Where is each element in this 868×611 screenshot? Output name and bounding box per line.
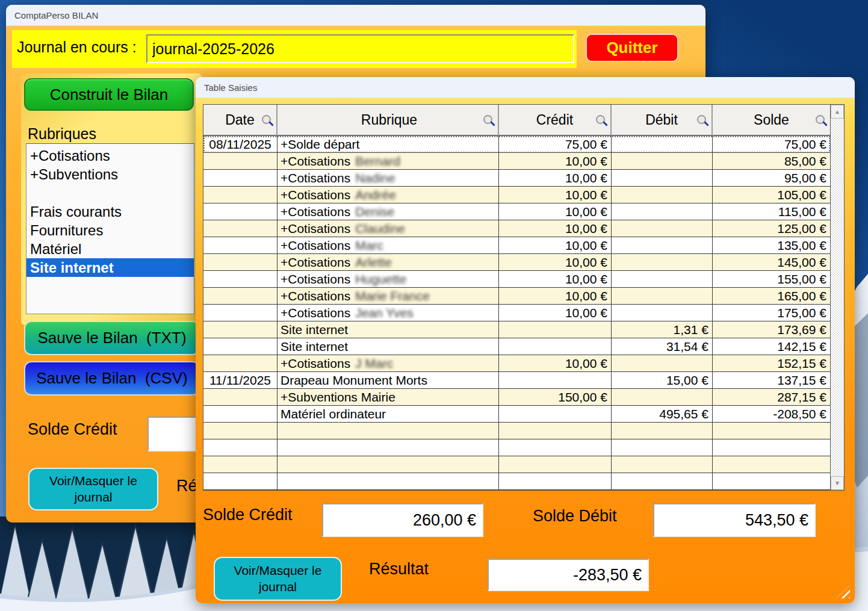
table-cell[interactable]: [612, 136, 713, 153]
quit-button[interactable]: Quitter: [586, 34, 678, 62]
table-cell[interactable]: 10,00 €: [499, 187, 612, 203]
table-row[interactable]: [203, 423, 830, 439]
list-item[interactable]: Frais courants: [26, 202, 194, 221]
table-cell[interactable]: [203, 456, 277, 473]
table-cell[interactable]: [203, 439, 277, 456]
table-cell[interactable]: [203, 288, 277, 305]
column-header-date[interactable]: Date: [203, 105, 277, 136]
table-cell[interactable]: [203, 338, 277, 355]
resize-grip[interactable]: [837, 585, 850, 598]
table-cell[interactable]: [612, 305, 713, 321]
table-row[interactable]: Matériel ordinateur495,65 €-208,50 €: [203, 406, 830, 423]
scroll-down-button[interactable]: ▼: [831, 476, 844, 490]
table-cell[interactable]: 10,00 €: [499, 153, 612, 170]
table-cell-rubrique[interactable]: +CotisationsNadine: [277, 170, 499, 187]
table-cell[interactable]: [499, 473, 612, 490]
table-cell[interactable]: 10,00 €: [499, 203, 612, 220]
table-cell[interactable]: [203, 406, 277, 423]
table-row[interactable]: +CotisationsJ Marc10,00 €152,15 €: [203, 355, 830, 372]
table-cell[interactable]: [499, 423, 612, 439]
table-cell[interactable]: [612, 355, 713, 372]
table-cell[interactable]: 11/11/2025: [203, 372, 277, 389]
table-cell[interactable]: 287,15 €: [713, 389, 830, 406]
build-bilan-button[interactable]: Construit le Bilan: [24, 78, 194, 111]
table-row[interactable]: 11/11/2025Drapeau Monument Morts15,00 €1…: [203, 372, 830, 389]
footer-solde-credit-value-box[interactable]: 260,00 €: [322, 503, 483, 537]
table-cell[interactable]: 10,00 €: [499, 170, 612, 187]
toggle-journal-button-table-window[interactable]: Voir/Masquer le journal: [214, 557, 342, 601]
table-cell[interactable]: [499, 321, 612, 338]
table-cell[interactable]: [612, 271, 713, 288]
footer-solde-debit-value-box[interactable]: 543,50 €: [653, 503, 816, 537]
table-row[interactable]: Site internet1,31 €173,69 €: [203, 321, 830, 338]
table-cell[interactable]: [612, 237, 713, 254]
table-cell[interactable]: [499, 406, 612, 423]
table-cell[interactable]: 165,00 €: [713, 288, 830, 305]
table-cell-rubrique[interactable]: [277, 456, 499, 473]
journal-input[interactable]: [146, 34, 574, 63]
table-cell[interactable]: [612, 170, 713, 187]
column-header-rubrique[interactable]: Rubrique: [277, 105, 499, 136]
table-cell-rubrique[interactable]: +CotisationsMarie France: [277, 288, 499, 305]
table-cell[interactable]: 10,00 €: [499, 288, 612, 305]
table-row[interactable]: +CotisationsDenise10,00 €115,00 €: [203, 203, 830, 220]
search-icon[interactable]: [596, 115, 605, 124]
table-cell[interactable]: 115,00 €: [713, 203, 830, 220]
table-cell[interactable]: 105,00 €: [713, 187, 830, 203]
search-icon[interactable]: [262, 115, 271, 124]
list-item[interactable]: Matériel: [26, 240, 194, 258]
list-item[interactable]: +Subventions: [26, 165, 194, 184]
table-cell[interactable]: [203, 254, 277, 271]
table-cell[interactable]: [612, 153, 713, 170]
table-cell[interactable]: 10,00 €: [499, 271, 612, 288]
table-cell[interactable]: 1,31 €: [612, 321, 713, 338]
table-cell[interactable]: 15,00 €: [612, 372, 713, 389]
table-cell-rubrique[interactable]: +CotisationsHuguette: [277, 271, 499, 288]
table-cell[interactable]: 150,00 €: [499, 389, 612, 406]
table-cell[interactable]: 175,00 €: [713, 305, 830, 321]
column-header-solde[interactable]: Solde: [713, 105, 830, 136]
table-cell[interactable]: [203, 203, 277, 220]
table-cell[interactable]: 75,00 €: [499, 136, 612, 153]
table-row[interactable]: +CotisationsAndrée10,00 €105,00 €: [203, 187, 830, 203]
table-row[interactable]: [203, 473, 830, 490]
table-cell[interactable]: 125,00 €: [713, 220, 830, 237]
table-cell[interactable]: 10,00 €: [499, 220, 612, 237]
column-header-crdit[interactable]: Crédit: [499, 105, 612, 136]
table-cell[interactable]: [713, 473, 830, 490]
table-cell[interactable]: [612, 288, 713, 305]
table-cell[interactable]: [203, 423, 277, 439]
table-cell[interactable]: [612, 456, 713, 473]
search-icon[interactable]: [816, 115, 825, 124]
table-cell[interactable]: [203, 389, 277, 406]
table-row[interactable]: +CotisationsHuguette10,00 €155,00 €: [203, 271, 830, 288]
table-cell[interactable]: 495,65 €: [612, 406, 713, 423]
rubriques-listbox[interactable]: +Cotisations+Subventions Frais courantsF…: [26, 143, 194, 314]
table-cell[interactable]: 10,00 €: [499, 355, 612, 372]
vertical-scrollbar[interactable]: ▲ ▼: [830, 105, 844, 490]
table-cell[interactable]: [612, 254, 713, 271]
table-row[interactable]: [203, 456, 830, 473]
table-cell[interactable]: 152,15 €: [713, 355, 830, 372]
table-cell[interactable]: 173,69 €: [713, 321, 830, 338]
table-cell[interactable]: 145,00 €: [713, 254, 830, 271]
table-cell-rubrique[interactable]: +CotisationsClaudine: [277, 220, 499, 237]
list-item[interactable]: Fournitures: [26, 221, 194, 240]
table-cell-rubrique[interactable]: +CotisationsBernard: [277, 153, 499, 170]
list-item[interactable]: Site internet: [26, 258, 194, 277]
table-cell-rubrique[interactable]: +CotisationsMarc: [277, 237, 499, 254]
table-cell[interactable]: [713, 439, 830, 456]
table-cell[interactable]: [203, 473, 277, 490]
table-cell[interactable]: 137,15 €: [713, 372, 830, 389]
table-cell-rubrique[interactable]: +CotisationsDenise: [277, 203, 499, 220]
table-cell[interactable]: [612, 473, 713, 490]
table-row[interactable]: Site internet31,54 €142,15 €: [203, 338, 830, 355]
table-row[interactable]: [203, 439, 830, 456]
table-cell[interactable]: 155,00 €: [713, 271, 830, 288]
table-cell-rubrique[interactable]: +Subventions Mairie: [277, 389, 499, 406]
table-cell[interactable]: 85,00 €: [713, 153, 830, 170]
table-row[interactable]: +CotisationsMarie France10,00 €165,00 €: [203, 288, 830, 305]
table-row[interactable]: +CotisationsBernard10,00 €85,00 €: [203, 153, 830, 170]
table-cell[interactable]: 10,00 €: [499, 237, 612, 254]
table-cell[interactable]: [612, 423, 713, 439]
